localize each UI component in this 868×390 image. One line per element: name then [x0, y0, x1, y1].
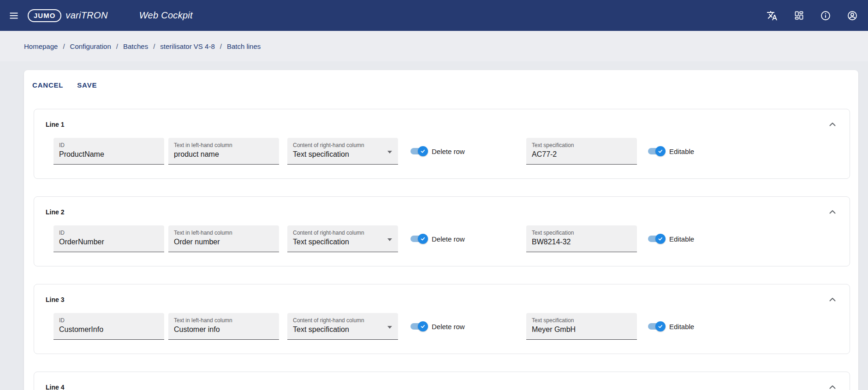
account-icon — [847, 10, 858, 21]
left-column-text-input[interactable] — [174, 238, 273, 246]
collapse-button[interactable] — [826, 381, 838, 390]
breadcrumb-separator: / — [153, 42, 155, 50]
line-title: Line 4 — [46, 381, 64, 390]
check-icon — [657, 236, 664, 242]
line-title: Line 2 — [46, 206, 64, 216]
editable-toggle[interactable]: Editable — [648, 146, 694, 156]
apps-button[interactable] — [791, 8, 806, 23]
toggle-thumb — [418, 234, 428, 244]
right-column-content-select[interactable]: Content of right-hand column Text specif… — [287, 313, 398, 340]
language-button[interactable] — [765, 8, 779, 23]
id-field[interactable]: ID — [54, 225, 164, 252]
account-button[interactable] — [845, 8, 860, 23]
dashboard-icon — [794, 10, 804, 21]
product-name: variTRON — [65, 10, 107, 21]
line-3-panel: Line 3 ID Text in left-hand column C — [34, 284, 850, 354]
page-title: Web Cockpit — [139, 10, 193, 21]
toggle-switch[interactable] — [648, 146, 666, 156]
toggle-switch[interactable] — [648, 234, 666, 244]
left-column-text-field[interactable]: Text in left-hand column — [168, 138, 279, 165]
chevron-up-icon — [827, 382, 838, 390]
id-field[interactable]: ID — [54, 313, 164, 340]
breadcrumb-separator: / — [116, 42, 118, 50]
menu-icon — [8, 10, 19, 21]
menu-button[interactable] — [6, 8, 21, 23]
id-input[interactable] — [59, 150, 159, 159]
translate-icon — [767, 10, 778, 21]
chevron-up-icon — [827, 119, 838, 130]
check-icon — [657, 148, 664, 154]
collapse-button[interactable] — [826, 294, 838, 306]
toggle-thumb — [655, 234, 666, 244]
delete-row-toggle[interactable]: Delete row — [410, 146, 470, 156]
line-2-panel: Line 2 ID Text in left-hand column C — [34, 196, 850, 266]
save-button[interactable]: SAVE — [73, 77, 101, 93]
toggle-switch[interactable] — [410, 146, 428, 156]
top-app-bar: JUMO variTRON Web Cockpit — [0, 0, 868, 31]
line-4-panel: Line 4 — [34, 372, 850, 390]
dropdown-arrow-icon — [387, 326, 392, 329]
text-specification-field[interactable]: Text specification — [526, 313, 637, 340]
dropdown-arrow-icon — [387, 151, 392, 154]
batch-lines-card: CANCEL SAVE Line 1 ID Text in left-han — [24, 70, 858, 390]
text-specification-input[interactable] — [532, 325, 631, 334]
breadcrumb-separator: / — [220, 42, 222, 50]
page-content: CANCEL SAVE Line 1 ID Text in left-han — [0, 61, 868, 390]
collapse-button[interactable] — [826, 118, 838, 130]
toggle-thumb — [655, 146, 666, 156]
chevron-up-icon — [827, 207, 838, 218]
breadcrumb-batches[interactable]: Batches — [123, 42, 148, 50]
delete-row-toggle[interactable]: Delete row — [410, 321, 470, 331]
toggle-thumb — [418, 146, 428, 156]
info-button[interactable] — [818, 8, 833, 23]
collapse-button[interactable] — [826, 206, 838, 218]
editable-toggle[interactable]: Editable — [648, 234, 694, 244]
breadcrumb-separator: / — [63, 42, 65, 50]
line-title: Line 1 — [46, 118, 64, 128]
delete-row-toggle[interactable]: Delete row — [410, 234, 470, 244]
check-icon — [420, 148, 426, 154]
text-specification-field[interactable]: Text specification — [526, 138, 637, 165]
id-field[interactable]: ID — [54, 138, 164, 165]
id-input[interactable] — [59, 325, 159, 334]
info-icon — [820, 10, 831, 21]
toggle-thumb — [655, 321, 666, 331]
chevron-up-icon — [827, 294, 838, 305]
jumo-logo-text: JUMO — [34, 12, 55, 19]
toggle-switch[interactable] — [410, 234, 428, 244]
toggle-switch[interactable] — [410, 321, 428, 331]
breadcrumb-homepage[interactable]: Homepage — [24, 42, 58, 50]
editable-toggle[interactable]: Editable — [648, 321, 694, 331]
cancel-button[interactable]: CANCEL — [29, 77, 67, 93]
toggle-switch[interactable] — [648, 321, 666, 331]
breadcrumb-configuration[interactable]: Configuration — [70, 42, 111, 50]
line-1-panel: Line 1 ID Text in left-hand column C — [34, 109, 850, 179]
jumo-logo: JUMO — [28, 9, 61, 22]
left-column-text-field[interactable]: Text in left-hand column — [168, 313, 279, 340]
line-title: Line 3 — [46, 294, 64, 303]
left-column-text-input[interactable] — [174, 150, 273, 159]
check-icon — [420, 323, 426, 330]
dropdown-arrow-icon — [387, 238, 392, 241]
text-specification-field[interactable]: Text specification — [526, 225, 637, 252]
form-actions: CANCEL SAVE — [24, 77, 858, 93]
id-input[interactable] — [59, 238, 159, 246]
breadcrumb-batch-lines: Batch lines — [227, 42, 261, 50]
left-column-text-input[interactable] — [174, 325, 273, 334]
toggle-thumb — [418, 321, 428, 331]
check-icon — [420, 236, 426, 242]
text-specification-input[interactable] — [532, 150, 631, 159]
breadcrumb: Homepage / Configuration / Batches / ste… — [0, 31, 868, 61]
breadcrumb-sterilisator[interactable]: sterilisator VS 4-8 — [160, 42, 214, 50]
right-column-content-select[interactable]: Content of right-hand column Text specif… — [287, 138, 398, 165]
right-column-content-select[interactable]: Content of right-hand column Text specif… — [287, 225, 398, 252]
text-specification-input[interactable] — [532, 238, 631, 246]
check-icon — [657, 323, 664, 330]
left-column-text-field[interactable]: Text in left-hand column — [168, 225, 279, 252]
